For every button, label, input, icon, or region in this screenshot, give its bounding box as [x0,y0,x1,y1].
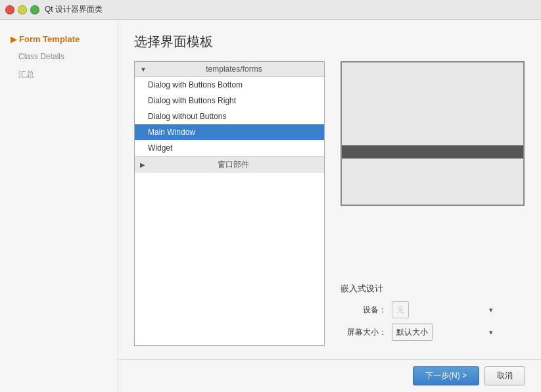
node-label-templates: templates/forms [149,64,319,74]
window-title: Qt 设计器界面类 [45,4,103,15]
sidebar-item-summary[interactable]: 汇总 [0,65,118,84]
template-list: ▼ templates/forms Dialog with Buttons Bo… [134,61,325,346]
sidebar: ▶ Form Template Class Details 汇总 [0,20,118,392]
sidebar-label-summary: 汇总 [18,69,34,80]
screen-label: 屏幕大小： [341,327,387,338]
close-button[interactable] [5,5,14,14]
minimize-button[interactable] [18,5,27,14]
maximize-button[interactable] [30,5,39,14]
embedded-section: 嵌入式设计 设备： 无 屏幕大小： [341,283,525,346]
preview-area: 嵌入式设计 设备： 无 屏幕大小： [341,61,525,346]
sidebar-label-form-template: Form Template [19,34,80,44]
content-area: 选择界面模板 ▼ templates/forms Dialog with But… [118,20,541,359]
template-item-widget[interactable]: Widget [135,140,324,156]
node-label-window-parts: 窗口部件 [148,159,319,170]
page-title: 选择界面模板 [134,33,525,51]
title-bar: Qt 设计器界面类 [0,0,541,20]
device-select-wrapper: 无 [392,301,497,318]
arrow-icon: ▶ [11,35,16,44]
device-select[interactable]: 无 [392,301,409,318]
template-item-main-window[interactable]: Main Window [135,124,324,140]
window-controls [5,5,39,14]
sidebar-label-class-details: Class Details [18,52,64,61]
window-parts-node[interactable]: ▶ 窗口部件 [135,156,324,173]
template-item-dialog-buttons-bottom[interactable]: Dialog with Buttons Bottom [135,77,324,93]
device-label: 设备： [341,305,387,316]
preview-box [341,61,525,206]
next-button[interactable]: 下一步(N) > [413,366,479,385]
embedded-title: 嵌入式设计 [341,283,525,295]
template-item-dialog-buttons-right[interactable]: Dialog with Buttons Right [135,93,324,109]
templates-forms-node[interactable]: ▼ templates/forms [135,62,324,77]
preview-menubar [342,145,523,159]
main-container: ▶ Form Template Class Details 汇总 选择界面模板 … [0,20,541,392]
device-row: 设备： 无 [341,301,525,318]
cancel-button[interactable]: 取消 [484,366,525,385]
sidebar-item-class-details[interactable]: Class Details [0,48,118,65]
screen-row: 屏幕大小： 默认大小 [341,324,525,341]
expand-icon: ▶ [140,161,145,168]
bottom-bar: 下一步(N) > 取消 [118,359,541,392]
screen-select[interactable]: 默认大小 [392,324,433,341]
screen-select-wrapper: 默认大小 [392,324,497,341]
template-item-dialog-no-buttons[interactable]: Dialog without Buttons [135,109,324,124]
collapse-icon: ▼ [140,66,147,73]
sidebar-item-form-template[interactable]: ▶ Form Template [0,30,118,48]
content-body: ▼ templates/forms Dialog with Buttons Bo… [134,61,525,346]
